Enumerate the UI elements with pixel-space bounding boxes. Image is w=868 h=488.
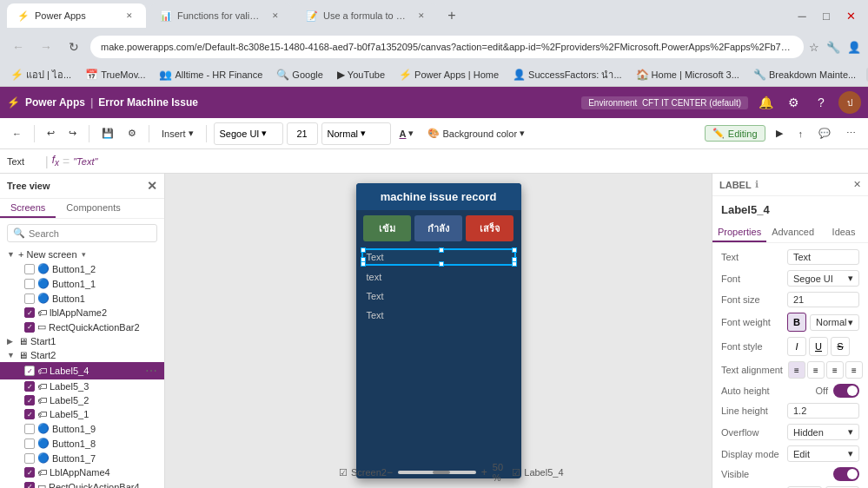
bookmark-star-icon[interactable]: ☆ [809, 41, 819, 54]
align-center-button[interactable]: ≡ [807, 361, 825, 379]
notifications-icon[interactable]: 🔔 [755, 92, 776, 113]
strikethrough-button[interactable]: S [831, 337, 850, 356]
tree-components-tab[interactable]: Components [56, 199, 130, 218]
preview-button[interactable]: ▶ [771, 122, 788, 145]
tree-item-label5-1[interactable]: ✓ 🏷 Label5_1 [0, 407, 164, 421]
profile-icon[interactable]: 👤 [847, 41, 861, 54]
font-dropdown[interactable]: Segoe UI ▾ [214, 122, 283, 145]
bookmark-6[interactable]: ⚡ Power Apps | Home [395, 67, 502, 82]
overflow-dropdown[interactable]: Hidden ▾ [787, 424, 859, 440]
back-button[interactable]: ← [7, 36, 30, 58]
tree-item-button1-1[interactable]: 🔵 Button1_1 [0, 276, 164, 291]
tab-close-1[interactable]: ✕ [123, 10, 136, 22]
bookmark-2[interactable]: 📅 TrueMov... [82, 67, 149, 82]
canvas-label-3[interactable]: Text [363, 289, 388, 303]
tree-search-box[interactable]: 🔍 [7, 224, 157, 242]
formula-content[interactable]: "Text" [73, 156, 97, 167]
tree-item-button1-2[interactable]: 🔵 Button1_2 [0, 261, 164, 276]
align-right-button[interactable]: ≡ [826, 361, 844, 379]
tree-item-start1[interactable]: ▶ 🖥 Start1 [0, 334, 164, 348]
close-window-button[interactable]: ✕ [840, 5, 861, 26]
bookmark-5[interactable]: ▶ YouTube [334, 67, 388, 82]
tree-item-start2[interactable]: ▼ 🖥 Start2 [0, 348, 164, 362]
tree-item-rectquickactionbar2[interactable]: ✓ ▭ RectQuickActionBar2 [0, 320, 164, 334]
bookmark-8[interactable]: 🏠 Home | Microsoft 3... [633, 67, 743, 82]
selection-handle-bl[interactable] [361, 261, 366, 267]
canvas-scroll-thumb[interactable] [433, 471, 450, 474]
redo-button[interactable]: ↪ [63, 122, 82, 145]
italic-button[interactable]: I [787, 337, 806, 356]
bookmark-7[interactable]: 👤 SuccessFactors: นำ... [509, 65, 626, 84]
fontweight-dropdown[interactable]: Normal ▾ [810, 314, 859, 331]
canvas-label-4[interactable]: Text [363, 308, 388, 322]
underline-button[interactable]: U [809, 337, 828, 356]
back-to-home-button[interactable]: ← [7, 122, 27, 145]
canvas-button-2[interactable]: กำลัง [414, 215, 462, 241]
text-prop-value[interactable]: Text [787, 249, 859, 265]
align-justify-button[interactable]: ≡ [845, 361, 863, 379]
font-size-input[interactable]: 21 [287, 122, 318, 145]
bookmark-3[interactable]: 👥 Alltime - HR Finance [156, 67, 266, 82]
tree-view-close-button[interactable]: ✕ [147, 179, 157, 193]
lineheight-prop-value[interactable]: 1.2 [787, 403, 859, 419]
app-settings-button[interactable]: ⚙ [123, 122, 142, 145]
canvas-button-1[interactable]: เข้ม [363, 215, 411, 241]
selection-handle-tl[interactable] [361, 247, 366, 253]
selection-handle-br[interactable] [512, 261, 517, 267]
tree-search-input[interactable] [29, 228, 151, 239]
tree-item-rectquickactionbar4[interactable]: ✓ ▭ RectQuickActionBar4 [0, 479, 164, 488]
selection-handle-bc[interactable] [439, 261, 444, 267]
text-color-button[interactable]: A ▾ [394, 122, 420, 145]
comments-button[interactable]: 💬 [813, 122, 836, 145]
advanced-tab[interactable]: Advanced [766, 223, 819, 242]
minimize-button[interactable]: ─ [792, 5, 812, 26]
help-icon[interactable]: ? [811, 92, 832, 113]
tree-item-label5-4[interactable]: ✓ 🏷 Label5_4 ⋯ [0, 362, 164, 379]
autoheight-toggle[interactable] [833, 384, 859, 398]
properties-tab[interactable]: Properties [712, 223, 766, 242]
maximize-button[interactable]: □ [816, 5, 837, 26]
reload-button[interactable]: ↻ [63, 36, 85, 58]
url-input[interactable]: make.powerapps.com/e/Default-8c308e15-14… [90, 36, 804, 58]
tab-close-3[interactable]: ✕ [415, 10, 427, 22]
tree-item-button1[interactable]: 🔵 Button1 [0, 291, 164, 306]
tree-item-lblappname2[interactable]: ✓ 🏷 lblAppName2 [0, 306, 164, 320]
canvas-scroll-track[interactable] [398, 471, 476, 474]
bg-color-button[interactable]: 🎨 Background color ▾ [422, 122, 530, 145]
tree-item-button1-7[interactable]: 🔵 Button1_7 [0, 451, 164, 465]
tab-2[interactable]: 📊 Functions for validating data - D... ✕ [149, 3, 292, 28]
canvas-button-3[interactable]: เสร็จ [466, 215, 514, 241]
selection-handle-tr[interactable] [512, 247, 517, 253]
tree-item-button1-9[interactable]: 🔵 Button1_9 [0, 421, 164, 436]
bookmark-1[interactable]: ⚡ แอป | ไอ... [7, 65, 75, 84]
tree-item-label5-3[interactable]: ✓ 🏷 Label5_3 [0, 379, 164, 393]
more-button[interactable]: ⋯ [841, 122, 861, 145]
insert-button[interactable]: Insert ▾ [156, 122, 199, 145]
fontsize-prop-value[interactable]: 21 [787, 292, 859, 307]
bookmark-4[interactable]: 🔍 Google [273, 67, 326, 82]
canvas-label-2[interactable]: text [363, 270, 386, 284]
forward-button[interactable]: → [35, 36, 57, 58]
tree-item-button1-8[interactable]: 🔵 Button1_8 [0, 436, 164, 451]
tab-3[interactable]: 📝 Use a formula to modify the for... ✕ [295, 3, 438, 28]
undo-button[interactable]: ↩ [42, 122, 60, 145]
tree-item-lblappname4[interactable]: ✓ 🏷 LblAppName4 [0, 465, 164, 479]
save-button[interactable]: 💾 [96, 122, 119, 145]
bold-button[interactable]: B [787, 313, 806, 332]
scroll-plus-icon[interactable]: + [481, 466, 487, 478]
settings-icon[interactable]: ⚙ [783, 92, 804, 113]
ideas-tab[interactable]: Ideas [819, 223, 868, 242]
properties-close-icon[interactable]: ✕ [853, 179, 861, 190]
tree-item-label5-2[interactable]: ✓ 🏷 Label5_2 [0, 393, 164, 407]
format-dropdown[interactable]: Normal ▾ [321, 122, 391, 145]
tab-close-2[interactable]: ✕ [269, 10, 282, 22]
visible-toggle[interactable] [833, 467, 859, 481]
extension-icon[interactable]: 🔧 [826, 41, 840, 54]
displaymode-dropdown[interactable]: Edit ▾ [787, 445, 859, 462]
tree-screens-tab[interactable]: Screens [0, 199, 56, 218]
font-prop-dropdown[interactable]: Segoe UI ▾ [787, 270, 859, 287]
canvas-selected-label-container[interactable]: Text [363, 250, 514, 264]
bookmark-9[interactable]: 🔧 Breakdown Mainte... [750, 67, 859, 82]
align-left-button[interactable]: ≡ [788, 361, 805, 379]
label5-4-more-icon[interactable]: ⋯ [145, 364, 157, 378]
